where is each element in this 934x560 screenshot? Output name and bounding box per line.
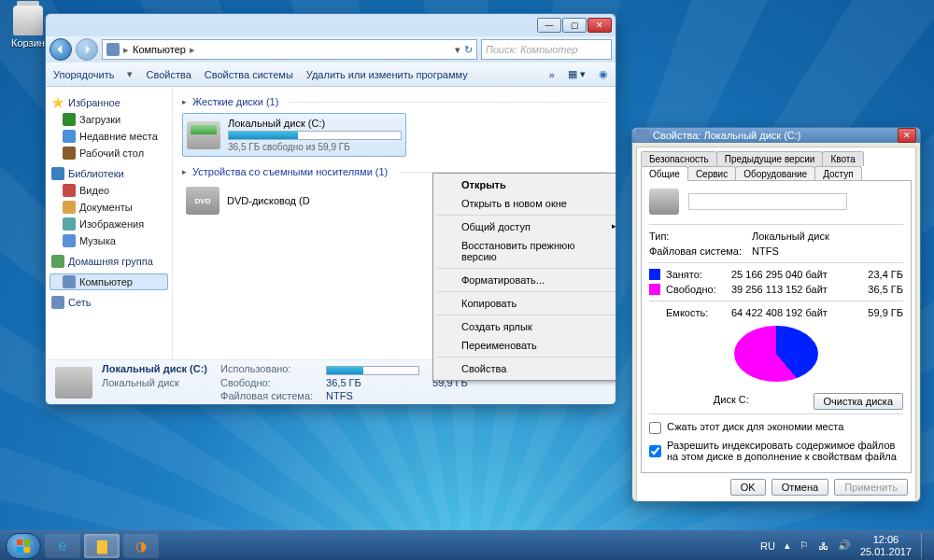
maximize-button[interactable]: ▢ — [562, 18, 587, 33]
task-ie[interactable]: e — [45, 534, 80, 558]
svg-rect-0 — [17, 539, 22, 544]
tab-hardware[interactable]: Оборудование — [735, 166, 815, 181]
used-label: Занято: — [666, 269, 731, 280]
search-input[interactable]: Поиск: Компьютер — [481, 39, 612, 60]
video-icon — [63, 184, 76, 197]
recent-icon — [63, 130, 76, 143]
apply-button[interactable]: Применить — [834, 479, 908, 496]
media-icon: ◑ — [135, 539, 147, 553]
refresh-icon[interactable]: ↻ — [464, 44, 473, 56]
chevron-right-icon[interactable]: » — [549, 69, 555, 80]
tab-previous-versions[interactable]: Предыдущие версии — [716, 151, 824, 166]
ie-icon: e — [59, 538, 67, 554]
recycle-bin-label: Корзин — [6, 37, 50, 49]
command-bar: Упорядочить▾ Свойства Свойства системы У… — [46, 63, 616, 87]
sidebar-item-downloads[interactable]: Загрузки — [50, 111, 168, 128]
drive-free-text: 36,5 ГБ свободно из 59,9 ГБ — [228, 142, 402, 152]
menu-separator — [436, 291, 616, 292]
forward-button[interactable] — [76, 38, 98, 61]
ctx-properties[interactable]: Свойства — [435, 359, 616, 378]
free-gb: 36,5 ГБ — [847, 284, 903, 295]
dvd-label: DVD-дисковод (D — [227, 195, 310, 206]
tab-tools[interactable]: Сервис — [687, 166, 736, 181]
minimize-button[interactable]: — — [537, 18, 561, 33]
sidebar-item-pictures[interactable]: Изображения — [50, 216, 168, 232]
drive-icon — [55, 367, 92, 399]
back-button[interactable] — [50, 38, 72, 61]
dropdown-icon[interactable]: ▾ — [455, 44, 460, 56]
show-desktop-button[interactable] — [921, 533, 928, 559]
properties-titlebar[interactable]: Свойства: Локальный диск (C:) ✕ — [632, 128, 920, 143]
breadcrumb-item[interactable]: Компьютер — [133, 44, 186, 55]
ctx-open[interactable]: Открыть — [435, 175, 616, 194]
ctx-copy[interactable]: Копировать — [435, 294, 616, 313]
sidebar-item-recent[interactable]: Недавние места — [50, 128, 168, 145]
section-hard-drives[interactable]: Жесткие диски (1) — [182, 96, 606, 107]
tray-clock[interactable]: 12:06 25.01.2017 — [860, 534, 912, 556]
disk-cleanup-button[interactable]: Очистка диска — [814, 393, 903, 410]
ctx-share[interactable]: Общий доступ — [435, 217, 616, 236]
tab-security[interactable]: Безопасность — [641, 151, 717, 166]
dvd-drive[interactable]: DVD DVD-дисковод (D — [182, 183, 406, 218]
system-tray: RU ▴ ⚐ 🖧 🔊 12:06 25.01.2017 — [760, 533, 928, 559]
start-button[interactable] — [6, 533, 41, 559]
separator — [649, 301, 903, 301]
uninstall-cmd[interactable]: Удалить или изменить программу — [306, 69, 468, 80]
tray-lang[interactable]: RU — [760, 540, 775, 552]
properties-cmd[interactable]: Свойства — [146, 69, 191, 80]
favorites-head[interactable]: Избранное — [51, 96, 166, 109]
folder-icon: ▇ — [97, 539, 107, 553]
network-head[interactable]: Сеть — [51, 296, 166, 309]
tray-volume-icon[interactable]: 🔊 — [838, 539, 851, 552]
free-bytes: 39 256 113 152 байт — [731, 284, 847, 295]
computer-icon — [63, 275, 76, 288]
tray-flag-icon[interactable]: ▴ — [785, 539, 790, 552]
libraries-head[interactable]: Библиотеки — [51, 167, 166, 180]
sidebar-item-computer[interactable]: Компьютер — [50, 273, 168, 290]
drive-name: Локальный диск (C:) — [228, 118, 402, 129]
cancel-button[interactable]: Отмена — [771, 479, 828, 496]
drive-c[interactable]: Локальный диск (C:) 36,5 ГБ свободно из … — [182, 113, 406, 157]
recycle-bin[interactable]: Корзин — [6, 6, 50, 49]
close-button[interactable]: ✕ — [898, 128, 916, 143]
ctx-create-shortcut[interactable]: Создать ярлык — [435, 317, 616, 336]
sidebar-item-video[interactable]: Видео — [50, 182, 168, 199]
tray-network-icon[interactable]: 🖧 — [818, 540, 828, 552]
menu-separator — [436, 315, 616, 315]
task-media-player[interactable]: ◑ — [123, 534, 159, 558]
tab-general[interactable]: Общие — [641, 166, 688, 181]
chevron-right-icon: ▸ — [123, 44, 129, 56]
tray-action-center-icon[interactable]: ⚐ — [800, 539, 809, 552]
organize-menu[interactable]: Упорядочить — [53, 69, 114, 80]
compress-checkbox[interactable]: Сжать этот диск для экономии места — [649, 421, 903, 434]
index-checkbox[interactable]: Разрешить индексировать содержимое файло… — [649, 440, 903, 462]
details-type: Локальный диск — [102, 377, 207, 388]
homegroup-head[interactable]: Домашняя группа — [51, 255, 166, 268]
view-icon[interactable]: ▦ ▾ — [568, 68, 586, 80]
tab-quota[interactable]: Квота — [822, 151, 863, 166]
desktop-icon — [63, 147, 76, 160]
sidebar-item-music[interactable]: Музыка — [50, 232, 168, 249]
breadcrumb[interactable]: ▸ Компьютер ▸ ▾ ↻ — [102, 39, 477, 60]
ctx-restore-version[interactable]: Восстановить прежнюю версию — [435, 236, 616, 266]
details-used-k: Использовано: — [220, 363, 313, 374]
help-icon[interactable]: ◉ — [599, 68, 608, 80]
tab-general-page: Тип:Локальный диск Файловая система:NTFS… — [641, 180, 912, 473]
used-gb: 23,4 ГБ — [847, 269, 903, 280]
explorer-titlebar[interactable]: — ▢ ✕ — [46, 14, 616, 36]
system-properties-cmd[interactable]: Свойства системы — [205, 69, 293, 80]
ctx-open-new-window[interactable]: Открыть в новом окне — [435, 194, 616, 213]
search-placeholder: Поиск: Компьютер — [486, 44, 578, 55]
sidebar-item-documents[interactable]: Документы — [50, 199, 168, 216]
ok-button[interactable]: OK — [730, 479, 766, 496]
separator — [649, 413, 903, 414]
type-label: Тип: — [649, 231, 752, 242]
task-explorer[interactable]: ▇ — [84, 534, 120, 558]
taskbar: e ▇ ◑ RU ▴ ⚐ 🖧 🔊 12:06 25.01.2017 — [0, 530, 934, 560]
ctx-format[interactable]: Форматировать... — [435, 271, 616, 289]
ctx-rename[interactable]: Переименовать — [435, 336, 616, 355]
sidebar-item-desktop[interactable]: Рабочий стол — [50, 145, 168, 161]
drive-label-input[interactable] — [688, 193, 847, 210]
tab-sharing[interactable]: Доступ — [814, 166, 862, 181]
close-button[interactable]: ✕ — [587, 18, 612, 33]
